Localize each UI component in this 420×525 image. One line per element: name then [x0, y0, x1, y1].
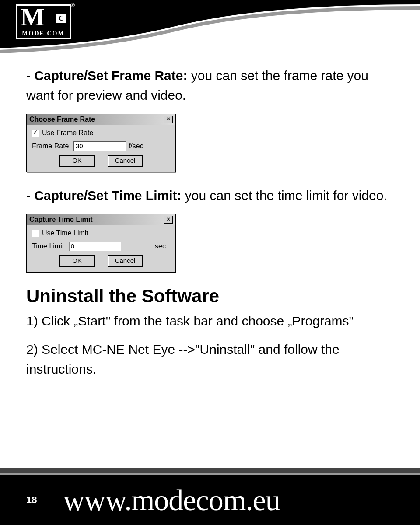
time-limit-desc: you can set the time limit for video.: [182, 188, 387, 203]
dialog-title-text: Capture Time Limit: [29, 216, 93, 224]
ok-button[interactable]: OK: [60, 155, 94, 167]
use-frame-rate-label: Use Frame Rate: [42, 129, 93, 137]
dialog-title-text: Choose Frame Rate: [29, 116, 95, 123]
use-time-limit-label: Use Time Limit: [42, 229, 88, 237]
uninstall-step-1: 1) Click „Start" from the task bar and c…: [26, 311, 394, 331]
footer-stripe: [0, 468, 420, 473]
frame-rate-field-label: Frame Rate:: [32, 142, 71, 150]
brand-logo: M C ® MODE COM: [16, 4, 73, 44]
page-footer: 18 www.modecom.eu: [0, 468, 420, 525]
close-icon[interactable]: ×: [164, 216, 173, 224]
trademark-symbol: ®: [71, 2, 75, 8]
logo-letter-m: M: [21, 2, 42, 32]
logo-letter-c: C: [56, 14, 66, 23]
use-frame-rate-checkbox[interactable]: [32, 130, 39, 137]
use-time-limit-checkbox[interactable]: [32, 230, 39, 237]
cancel-button[interactable]: Cancel: [108, 155, 143, 167]
dialog-titlebar: Capture Time Limit ×: [27, 214, 175, 225]
frame-rate-label: - Capture/Set Frame Rate:: [26, 68, 187, 83]
cancel-button[interactable]: Cancel: [108, 256, 143, 267]
capture-time-limit-dialog: Capture Time Limit × Use Time Limit Time…: [26, 214, 176, 273]
section-time-limit: - Capture/Set Time Limit: you can set th…: [26, 186, 394, 205]
uninstall-step-2: 2) Select MC-NE Net Eye -->"Uninstall" a…: [26, 340, 394, 379]
ok-button[interactable]: OK: [60, 256, 94, 267]
footer-url: www.modecom.eu: [63, 483, 280, 518]
time-limit-field-label: Time Limit:: [32, 242, 66, 250]
uninstall-heading: Uninstall the Software: [26, 286, 394, 307]
page-number: 18: [26, 494, 37, 506]
time-limit-label: - Capture/Set Time Limit:: [26, 188, 182, 203]
dialog-titlebar: Choose Frame Rate ×: [27, 114, 175, 125]
frame-rate-input[interactable]: 30: [74, 141, 126, 151]
time-limit-unit: sec: [155, 242, 166, 250]
close-icon[interactable]: ×: [164, 116, 173, 123]
time-limit-input[interactable]: 0: [69, 242, 121, 251]
section-frame-rate: - Capture/Set Frame Rate: you can set th…: [26, 66, 394, 105]
logo-brand-text: MODE COM: [17, 30, 70, 37]
choose-frame-rate-dialog: Choose Frame Rate × Use Frame Rate Frame…: [26, 114, 176, 172]
frame-rate-unit: f/sec: [129, 142, 144, 150]
